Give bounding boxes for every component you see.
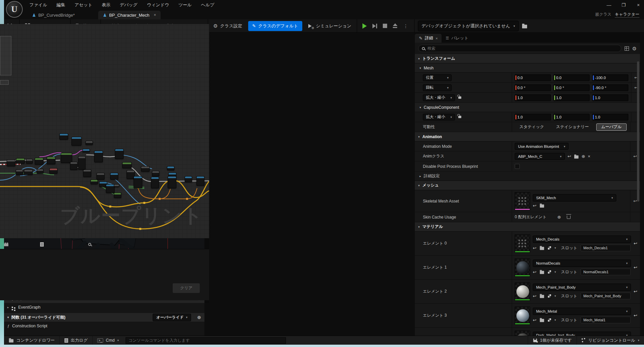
play-button[interactable] [362, 23, 367, 29]
blueprint-node[interactable] [86, 141, 93, 145]
blueprint-node[interactable] [167, 166, 174, 170]
material-options-icon[interactable] [547, 294, 551, 298]
clear-icon[interactable]: × [588, 154, 591, 159]
slot-name-field[interactable]: Mech_Paint_Inst_Body [581, 293, 631, 299]
blueprint-node[interactable] [78, 156, 86, 169]
class-settings-button[interactable]: ⚙ クラス設定 [211, 21, 244, 31]
location-z-field[interactable]: -100.0 [592, 74, 628, 81]
blueprint-node[interactable] [91, 180, 98, 184]
output-log-button[interactable]: 出力ログ [60, 336, 93, 345]
use-selected-asset-icon[interactable]: ↩ [533, 203, 536, 208]
material-thumbnail[interactable] [515, 259, 530, 277]
browse-debug-object-icon[interactable] [522, 25, 527, 28]
rotation-z-field[interactable]: -90.0 ° [592, 84, 628, 91]
browse-asset-icon[interactable] [574, 155, 579, 158]
scale-x-field[interactable]: 1.0 [515, 94, 551, 101]
blueprint-node[interactable] [114, 184, 119, 187]
material-thumbnail[interactable] [515, 283, 530, 301]
details-search-input[interactable] [428, 46, 618, 51]
add-array-element-icon[interactable]: ⊕ [557, 215, 561, 220]
location-x-field[interactable]: 0.0 [515, 74, 551, 81]
material-thumbnail[interactable] [515, 331, 530, 336]
lock-icon[interactable] [458, 96, 461, 99]
blueprint-node[interactable] [168, 176, 176, 188]
blueprint-node[interactable] [151, 177, 159, 188]
add-function-icon[interactable]: ⊕ [197, 315, 201, 320]
display-filter-icon[interactable] [625, 46, 629, 51]
browse-asset-icon[interactable] [540, 319, 544, 322]
use-selected-asset-icon[interactable]: ↩ [533, 246, 536, 251]
close-icon[interactable]: × [436, 36, 438, 40]
blueprint-node[interactable] [59, 133, 68, 139]
disable-ppbp-checkbox[interactable] [515, 164, 520, 169]
minimize-button[interactable]: — [606, 2, 612, 8]
play-options-icon[interactable]: ⋮ [403, 23, 409, 29]
mobility-stationary-button[interactable]: ステイショナリー [551, 123, 594, 131]
section-transform[interactable]: ▾ トランスフォーム [415, 54, 640, 63]
event-graph-row[interactable]: ▸ EventGraph [4, 303, 204, 312]
blueprint-node[interactable] [122, 162, 132, 168]
menu-item-5[interactable]: ウィンドウ [143, 1, 173, 9]
reset-to-default-icon[interactable]: ↩ [634, 265, 637, 270]
menu-item-3[interactable]: 表示 [98, 1, 114, 9]
mobility-static-button[interactable]: スタティック [515, 123, 549, 131]
blueprint-node[interactable] [141, 166, 150, 171]
scale-y-field[interactable]: 1.0 [553, 94, 590, 101]
material-dropdown[interactable]: Mech_Metal ▾ [533, 308, 631, 315]
blueprint-node[interactable] [114, 193, 121, 198]
location-y-field[interactable]: 0.0 [553, 74, 590, 81]
blueprint-node[interactable] [110, 173, 118, 180]
cmd-dropdown[interactable]: >_ Cmd ▾ [93, 336, 123, 345]
blueprint-node[interactable] [196, 176, 204, 186]
maximize-button[interactable]: ❐ [621, 2, 627, 8]
scale-dropdown[interactable]: 拡大・縮小▾ [423, 94, 455, 101]
material-options-icon[interactable] [547, 246, 551, 250]
blueprint-node[interactable] [97, 173, 105, 180]
blueprint-node[interactable] [115, 149, 124, 159]
mobility-movable-button[interactable]: ムーバブル [596, 123, 627, 131]
browse-asset-icon[interactable] [540, 271, 544, 274]
anim-class-dropdown[interactable]: ABP_Mech_C ▾ [515, 153, 565, 160]
browse-asset-icon[interactable] [540, 295, 544, 298]
reset-to-default-icon[interactable]: ↩ [634, 289, 637, 294]
rotation-x-field[interactable]: 0.0 ° [515, 84, 551, 91]
trash-icon[interactable] [567, 216, 571, 219]
blueprint-node[interactable] [70, 162, 77, 170]
location-dropdown[interactable]: 位置▾ [423, 74, 452, 81]
unsaved-assets-button[interactable]: 1個が未保存です [528, 336, 577, 345]
tab-palette[interactable]: ☰ パレット [442, 34, 472, 43]
blueprint-node[interactable] [24, 169, 33, 175]
clear-button[interactable]: クリア [173, 283, 200, 293]
functions-section-header[interactable]: ▾ 関数 (31 オーバーライド可能) オーバーライド ▾ ⊕ [4, 313, 204, 322]
blueprint-node[interactable] [83, 149, 90, 152]
add-blueprint-icon[interactable]: ⊕ [582, 154, 585, 159]
menu-item-6[interactable]: ツール [174, 1, 196, 9]
blueprint-node[interactable] [16, 169, 23, 175]
scale-z-field[interactable]: 1.0 [592, 114, 628, 120]
gear-icon[interactable]: ⚙ [632, 46, 637, 51]
use-selected-asset-icon[interactable]: ↩ [533, 318, 536, 323]
reset-to-default-icon[interactable]: ↩ [634, 313, 637, 318]
close-icon[interactable]: × [154, 13, 156, 17]
blueprint-node[interactable] [61, 153, 72, 163]
content-drawer-button[interactable]: コンテンツドロワー [4, 336, 60, 345]
override-dropdown[interactable]: オーバーライド ▾ [153, 314, 191, 321]
blueprint-node[interactable] [47, 157, 55, 164]
use-selected-asset-icon[interactable]: ↩ [533, 294, 536, 299]
class-defaults-button[interactable]: ✎ クラスのデフォルト [248, 21, 302, 31]
asset-tab-bp-character-mech[interactable]: ♟ BP_Character_Mech × [98, 11, 161, 19]
blueprint-node[interactable] [83, 169, 91, 177]
slot-name-field[interactable]: NormalDecals1 [581, 269, 631, 275]
scale-z-field[interactable]: 1.0 [592, 94, 628, 101]
stop-button[interactable] [383, 24, 387, 28]
material-options-icon[interactable] [547, 318, 551, 322]
menu-item-1[interactable]: 編集 [52, 1, 69, 9]
material-thumbnail[interactable] [515, 307, 530, 325]
animation-mode-dropdown[interactable]: Use Animation Blueprint ▾ [515, 143, 569, 150]
blueprint-node[interactable] [35, 158, 43, 164]
use-selected-asset-icon[interactable]: ↩ [533, 270, 536, 275]
subsection-mesh[interactable]: ▾ Mesh [415, 63, 640, 73]
parent-class-link[interactable]: キャラクター [615, 12, 639, 18]
section-animation[interactable]: ▾ Animation [415, 132, 640, 141]
reset-to-default-icon[interactable]: ↩ [634, 241, 637, 246]
